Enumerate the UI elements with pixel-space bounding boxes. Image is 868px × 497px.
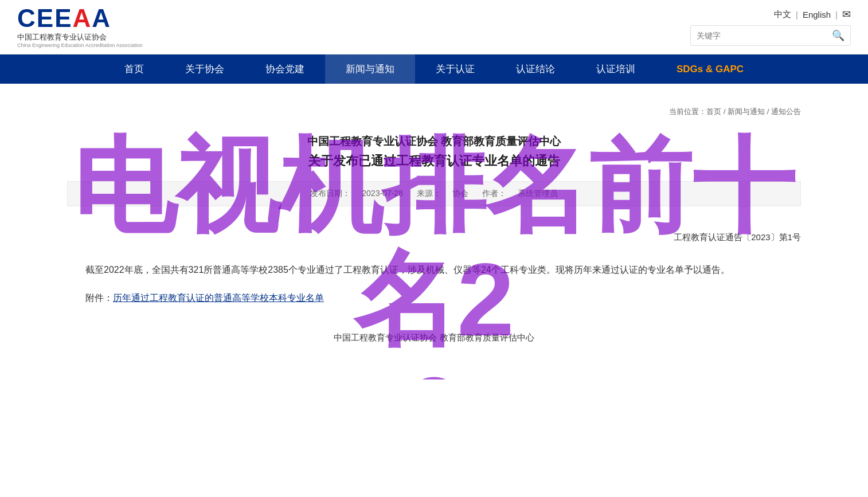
doc-number: 工程教育认证通告〔2023〕第1号: [67, 229, 801, 245]
meta-source: 协会: [452, 189, 468, 198]
logo-subtitle: 中国工程教育专业认证协会: [17, 32, 143, 42]
nav-item-accred[interactable]: 关于认证: [415, 54, 495, 84]
meta-date-label: 发布日期：: [310, 189, 350, 198]
header: CEEAA 中国工程教育专业认证协会 China Engineering Edu…: [0, 0, 868, 54]
meta-date: 2023-07-28: [362, 189, 403, 198]
mail-icon[interactable]: ✉: [842, 8, 851, 21]
lang-bar: 中文 | English | ✉: [774, 8, 851, 21]
logo-english: China Engineering Education Accreditatio…: [17, 42, 143, 48]
breadcrumb-home[interactable]: 首页: [706, 107, 721, 116]
nav-item-sdg[interactable]: SDGs & GAPC: [656, 56, 764, 83]
meta-source-label: 来源：: [417, 189, 441, 198]
nav-item-training[interactable]: 认证培训: [576, 54, 656, 84]
attachment-link[interactable]: 历年通过工程教育认证的普通高等学校本科专业名单: [113, 293, 324, 303]
logo-ceeaa: CEEAA: [17, 6, 143, 31]
meta-author-label: 作者：: [482, 189, 506, 198]
navbar: 首页 关于协会 协会党建 新闻与通知 关于认证 认证结论 认证培训 SDGs &…: [0, 54, 868, 84]
search-bar: 🔍: [690, 25, 851, 46]
search-input[interactable]: [691, 28, 826, 44]
article-org: 中国工程教育专业认证协会 教育部教育质量评估中心: [67, 134, 801, 149]
header-right: 中文 | English | ✉ 🔍: [690, 8, 851, 46]
breadcrumb-news[interactable]: 新闻与通知: [728, 107, 765, 116]
article-body: 工程教育认证通告〔2023〕第1号 截至2022年底，全国共有321所普通高等学…: [67, 229, 801, 345]
lang-divider2: |: [835, 10, 838, 19]
meta-bar: 发布日期：2023-07-28 来源：协会 作者：系统管理员: [67, 181, 801, 206]
attachment-prefix: 附件：: [85, 293, 113, 303]
search-button[interactable]: 🔍: [826, 26, 850, 45]
lang-zh-link[interactable]: 中文: [774, 9, 791, 20]
article-footer: 中国工程教育专业认证协会 教育部教育质量评估中心: [67, 330, 801, 345]
logo-area: CEEAA 中国工程教育专业认证协会 China Engineering Edu…: [17, 6, 143, 48]
main-content: 电视机排名前十名2 0 当前位置：首页 / 新闻与通知 / 通知公告 中国工程教…: [33, 84, 835, 379]
nav-item-result[interactable]: 认证结论: [495, 54, 576, 84]
nav-item-about[interactable]: 关于协会: [165, 54, 245, 84]
breadcrumb-prefix: 当前位置：: [669, 107, 706, 116]
article-title: 关于发布已通过工程教育认证专业名单的通告: [67, 152, 801, 170]
meta-author: 系统管理员: [518, 189, 558, 198]
article-para: 截至2022年底，全国共有321所普通高等学校2385个专业通过了工程教育认证，…: [67, 262, 801, 279]
nav-item-party[interactable]: 协会党建: [245, 54, 325, 84]
nav-item-home[interactable]: 首页: [104, 54, 165, 84]
attachment-line: 附件：历年通过工程教育认证的普通高等学校本科专业名单: [67, 290, 801, 307]
breadcrumb: 当前位置：首页 / 新闻与通知 / 通知公告: [67, 101, 801, 117]
lang-en-link[interactable]: English: [803, 10, 831, 19]
nav-item-news[interactable]: 新闻与通知: [325, 54, 415, 84]
breadcrumb-current: 通知公告: [771, 107, 801, 116]
lang-divider: |: [796, 10, 798, 19]
